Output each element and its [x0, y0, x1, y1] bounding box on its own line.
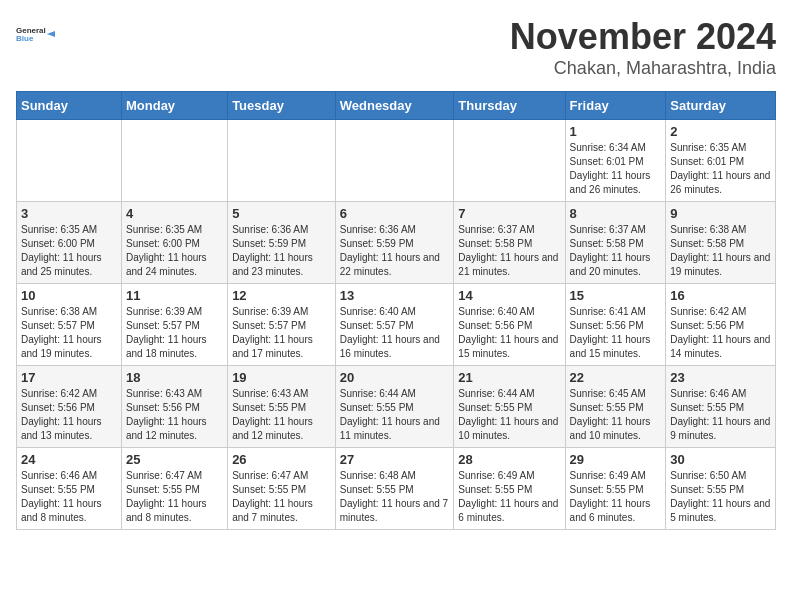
cell-info: Sunrise: 6:46 AM Sunset: 5:55 PM Dayligh…: [670, 387, 771, 443]
calendar-week-4: 24Sunrise: 6:46 AM Sunset: 5:55 PM Dayli…: [17, 448, 776, 530]
calendar-cell-w3-d6: 23Sunrise: 6:46 AM Sunset: 5:55 PM Dayli…: [666, 366, 776, 448]
calendar-header-row: SundayMondayTuesdayWednesdayThursdayFrid…: [17, 92, 776, 120]
day-number: 23: [670, 370, 771, 385]
cell-info: Sunrise: 6:42 AM Sunset: 5:56 PM Dayligh…: [21, 387, 117, 443]
calendar-week-1: 3Sunrise: 6:35 AM Sunset: 6:00 PM Daylig…: [17, 202, 776, 284]
day-number: 9: [670, 206, 771, 221]
cell-info: Sunrise: 6:40 AM Sunset: 5:56 PM Dayligh…: [458, 305, 560, 361]
calendar-cell-w4-d6: 30Sunrise: 6:50 AM Sunset: 5:55 PM Dayli…: [666, 448, 776, 530]
calendar-cell-w2-d1: 11Sunrise: 6:39 AM Sunset: 5:57 PM Dayli…: [121, 284, 227, 366]
calendar-cell-w4-d3: 27Sunrise: 6:48 AM Sunset: 5:55 PM Dayli…: [335, 448, 454, 530]
calendar-cell-w2-d0: 10Sunrise: 6:38 AM Sunset: 5:57 PM Dayli…: [17, 284, 122, 366]
cell-info: Sunrise: 6:39 AM Sunset: 5:57 PM Dayligh…: [232, 305, 331, 361]
day-number: 5: [232, 206, 331, 221]
day-number: 2: [670, 124, 771, 139]
logo: General Blue: [16, 16, 56, 52]
cell-info: Sunrise: 6:37 AM Sunset: 5:58 PM Dayligh…: [570, 223, 662, 279]
location-title: Chakan, Maharashtra, India: [510, 58, 776, 79]
day-number: 15: [570, 288, 662, 303]
header-monday: Monday: [121, 92, 227, 120]
cell-info: Sunrise: 6:36 AM Sunset: 5:59 PM Dayligh…: [232, 223, 331, 279]
calendar-cell-w1-d6: 9Sunrise: 6:38 AM Sunset: 5:58 PM Daylig…: [666, 202, 776, 284]
calendar-cell-w0-d6: 2Sunrise: 6:35 AM Sunset: 6:01 PM Daylig…: [666, 120, 776, 202]
cell-info: Sunrise: 6:38 AM Sunset: 5:58 PM Dayligh…: [670, 223, 771, 279]
day-number: 14: [458, 288, 560, 303]
calendar-cell-w1-d2: 5Sunrise: 6:36 AM Sunset: 5:59 PM Daylig…: [228, 202, 336, 284]
cell-info: Sunrise: 6:41 AM Sunset: 5:56 PM Dayligh…: [570, 305, 662, 361]
calendar-cell-w1-d5: 8Sunrise: 6:37 AM Sunset: 5:58 PM Daylig…: [565, 202, 666, 284]
day-number: 7: [458, 206, 560, 221]
cell-info: Sunrise: 6:44 AM Sunset: 5:55 PM Dayligh…: [458, 387, 560, 443]
cell-info: Sunrise: 6:35 AM Sunset: 6:00 PM Dayligh…: [21, 223, 117, 279]
calendar-cell-w4-d4: 28Sunrise: 6:49 AM Sunset: 5:55 PM Dayli…: [454, 448, 565, 530]
day-number: 24: [21, 452, 117, 467]
day-number: 17: [21, 370, 117, 385]
calendar-cell-w0-d1: [121, 120, 227, 202]
cell-info: Sunrise: 6:43 AM Sunset: 5:55 PM Dayligh…: [232, 387, 331, 443]
calendar-cell-w1-d4: 7Sunrise: 6:37 AM Sunset: 5:58 PM Daylig…: [454, 202, 565, 284]
day-number: 18: [126, 370, 223, 385]
calendar-cell-w0-d0: [17, 120, 122, 202]
calendar-week-0: 1Sunrise: 6:34 AM Sunset: 6:01 PM Daylig…: [17, 120, 776, 202]
cell-info: Sunrise: 6:43 AM Sunset: 5:56 PM Dayligh…: [126, 387, 223, 443]
header-friday: Friday: [565, 92, 666, 120]
calendar-cell-w1-d0: 3Sunrise: 6:35 AM Sunset: 6:00 PM Daylig…: [17, 202, 122, 284]
cell-info: Sunrise: 6:40 AM Sunset: 5:57 PM Dayligh…: [340, 305, 450, 361]
calendar-week-3: 17Sunrise: 6:42 AM Sunset: 5:56 PM Dayli…: [17, 366, 776, 448]
cell-info: Sunrise: 6:35 AM Sunset: 6:01 PM Dayligh…: [670, 141, 771, 197]
calendar-cell-w2-d6: 16Sunrise: 6:42 AM Sunset: 5:56 PM Dayli…: [666, 284, 776, 366]
cell-info: Sunrise: 6:38 AM Sunset: 5:57 PM Dayligh…: [21, 305, 117, 361]
day-number: 10: [21, 288, 117, 303]
day-number: 11: [126, 288, 223, 303]
cell-info: Sunrise: 6:47 AM Sunset: 5:55 PM Dayligh…: [126, 469, 223, 525]
day-number: 25: [126, 452, 223, 467]
calendar-cell-w2-d4: 14Sunrise: 6:40 AM Sunset: 5:56 PM Dayli…: [454, 284, 565, 366]
day-number: 13: [340, 288, 450, 303]
calendar-cell-w1-d3: 6Sunrise: 6:36 AM Sunset: 5:59 PM Daylig…: [335, 202, 454, 284]
calendar-cell-w0-d2: [228, 120, 336, 202]
day-number: 1: [570, 124, 662, 139]
calendar-cell-w0-d4: [454, 120, 565, 202]
day-number: 29: [570, 452, 662, 467]
svg-text:Blue: Blue: [16, 34, 34, 43]
calendar-cell-w4-d5: 29Sunrise: 6:49 AM Sunset: 5:55 PM Dayli…: [565, 448, 666, 530]
cell-info: Sunrise: 6:34 AM Sunset: 6:01 PM Dayligh…: [570, 141, 662, 197]
calendar-cell-w3-d1: 18Sunrise: 6:43 AM Sunset: 5:56 PM Dayli…: [121, 366, 227, 448]
day-number: 8: [570, 206, 662, 221]
cell-info: Sunrise: 6:42 AM Sunset: 5:56 PM Dayligh…: [670, 305, 771, 361]
calendar-week-2: 10Sunrise: 6:38 AM Sunset: 5:57 PM Dayli…: [17, 284, 776, 366]
logo-svg: General Blue: [16, 16, 56, 52]
header: General Blue November 2024 Chakan, Mahar…: [16, 16, 776, 79]
cell-info: Sunrise: 6:46 AM Sunset: 5:55 PM Dayligh…: [21, 469, 117, 525]
day-number: 21: [458, 370, 560, 385]
cell-info: Sunrise: 6:47 AM Sunset: 5:55 PM Dayligh…: [232, 469, 331, 525]
cell-info: Sunrise: 6:35 AM Sunset: 6:00 PM Dayligh…: [126, 223, 223, 279]
calendar-table: SundayMondayTuesdayWednesdayThursdayFrid…: [16, 91, 776, 530]
day-number: 3: [21, 206, 117, 221]
title-area: November 2024 Chakan, Maharashtra, India: [510, 16, 776, 79]
header-wednesday: Wednesday: [335, 92, 454, 120]
calendar-cell-w4-d0: 24Sunrise: 6:46 AM Sunset: 5:55 PM Dayli…: [17, 448, 122, 530]
cell-info: Sunrise: 6:37 AM Sunset: 5:58 PM Dayligh…: [458, 223, 560, 279]
calendar-cell-w3-d0: 17Sunrise: 6:42 AM Sunset: 5:56 PM Dayli…: [17, 366, 122, 448]
day-number: 6: [340, 206, 450, 221]
calendar-cell-w2-d5: 15Sunrise: 6:41 AM Sunset: 5:56 PM Dayli…: [565, 284, 666, 366]
header-tuesday: Tuesday: [228, 92, 336, 120]
day-number: 30: [670, 452, 771, 467]
calendar-cell-w2-d2: 12Sunrise: 6:39 AM Sunset: 5:57 PM Dayli…: [228, 284, 336, 366]
calendar-cell-w1-d1: 4Sunrise: 6:35 AM Sunset: 6:00 PM Daylig…: [121, 202, 227, 284]
month-title: November 2024: [510, 16, 776, 58]
day-number: 4: [126, 206, 223, 221]
calendar-cell-w4-d2: 26Sunrise: 6:47 AM Sunset: 5:55 PM Dayli…: [228, 448, 336, 530]
calendar-cell-w0-d5: 1Sunrise: 6:34 AM Sunset: 6:01 PM Daylig…: [565, 120, 666, 202]
header-sunday: Sunday: [17, 92, 122, 120]
calendar-cell-w0-d3: [335, 120, 454, 202]
cell-info: Sunrise: 6:39 AM Sunset: 5:57 PM Dayligh…: [126, 305, 223, 361]
day-number: 27: [340, 452, 450, 467]
day-number: 19: [232, 370, 331, 385]
cell-info: Sunrise: 6:49 AM Sunset: 5:55 PM Dayligh…: [458, 469, 560, 525]
header-thursday: Thursday: [454, 92, 565, 120]
cell-info: Sunrise: 6:45 AM Sunset: 5:55 PM Dayligh…: [570, 387, 662, 443]
cell-info: Sunrise: 6:48 AM Sunset: 5:55 PM Dayligh…: [340, 469, 450, 525]
day-number: 28: [458, 452, 560, 467]
